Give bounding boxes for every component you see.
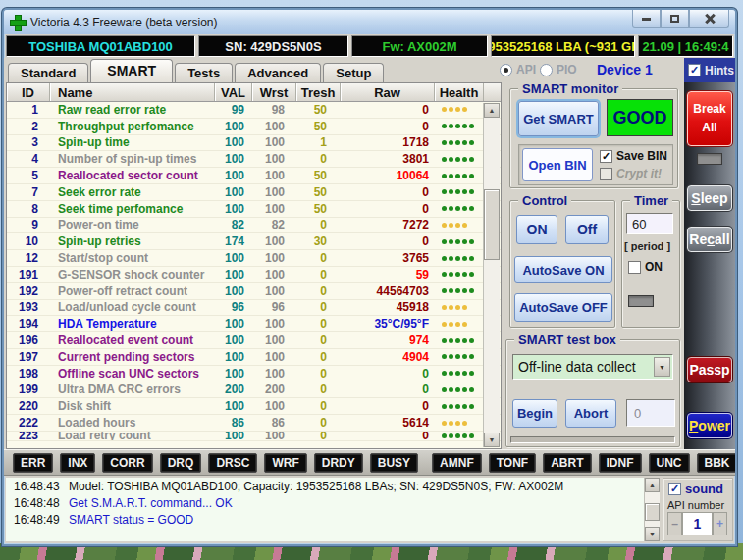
- minimize-icon: [642, 18, 651, 21]
- passp-button[interactable]: Passp: [687, 357, 732, 382]
- table-scrollbar-thumb[interactable]: [484, 189, 500, 260]
- health-dot-icon: [455, 322, 460, 327]
- health-dot-icon: [455, 174, 460, 178]
- smart-test-box-legend: SMART test box: [514, 332, 620, 347]
- table-row[interactable]: 199Ultra DMA CRC errors20020000: [7, 382, 501, 399]
- table-row[interactable]: 191G-SENSOR shock counter100100059: [7, 267, 501, 283]
- table-row[interactable]: 4Number of spin-up times10010003801: [7, 151, 501, 168]
- health-dots: [435, 107, 484, 112]
- health-dot-icon: [449, 140, 453, 145]
- sound-row: ✓ sound: [668, 482, 723, 496]
- table-row[interactable]: 193Load/unload cycle count9696045918: [7, 300, 501, 317]
- table-scrollbar[interactable]: ▲ ▼: [483, 103, 500, 447]
- cell-c3: 96: [252, 300, 296, 314]
- health-dot-icon: [442, 107, 447, 112]
- table-row[interactable]: 3Spin-up time10010011718: [7, 135, 501, 152]
- desktop-background: Victoria 4.3 Freeware (beta version) TOS…: [0, 0, 743, 560]
- table-row[interactable]: 196Reallocated event count1001000974: [7, 332, 501, 349]
- smart-monitor-group: SMART monitor Get SMART GOOD Open BIN ✓ …: [509, 88, 678, 188]
- log-scroll-up-icon[interactable]: ▲: [645, 478, 660, 492]
- spinner-minus-button[interactable]: –: [667, 512, 682, 535]
- tab-advanced[interactable]: Advanced: [235, 63, 321, 82]
- hints-checkbox[interactable]: ✓: [688, 64, 701, 76]
- minimize-button[interactable]: [632, 10, 661, 28]
- timer-on-checkbox[interactable]: [628, 261, 641, 274]
- table-row[interactable]: 8Seek time perfomance100100500: [7, 201, 501, 218]
- table-row[interactable]: 198Offline scan UNC sectors10010000: [7, 366, 501, 382]
- cell-c5: 10064: [341, 169, 435, 182]
- log-scrollbar[interactable]: ▲ ▼: [644, 478, 660, 541]
- table-row[interactable]: 1Raw read error rate9998500: [7, 102, 501, 119]
- tab-setup[interactable]: Setup: [323, 63, 384, 82]
- monitor-on-button[interactable]: ON: [516, 215, 557, 244]
- table-row[interactable]: 2Throughput perfomance100100500: [7, 119, 501, 135]
- get-smart-button[interactable]: Get SMART: [518, 101, 599, 136]
- recall-button[interactable]: Recall: [687, 227, 732, 252]
- maximize-button[interactable]: [661, 10, 689, 28]
- table-row[interactable]: 220Disk shift10010000: [7, 398, 501, 415]
- table-row[interactable]: 194HDA Temperature100100035°C/95°F: [7, 316, 501, 332]
- main-area: IDNameVALWrstTreshRawHealth 1Raw read er…: [4, 82, 735, 449]
- health-dot-icon: [442, 272, 447, 277]
- begin-test-button[interactable]: Begin: [512, 399, 557, 428]
- api-radio[interactable]: [500, 64, 512, 76]
- monitor-off-button[interactable]: Off: [565, 215, 609, 244]
- sound-checkbox[interactable]: ✓: [668, 483, 681, 495]
- pio-radio[interactable]: [540, 64, 553, 76]
- table-body: 1Raw read error rate99985002Throughput p…: [7, 102, 501, 448]
- test-counter-field[interactable]: 0: [626, 399, 675, 427]
- cell-c1: Seek time perfomance: [50, 202, 215, 216]
- table-row[interactable]: 192Power-off retract count10010004456470…: [7, 283, 501, 300]
- cell-c5: 3801: [341, 152, 435, 166]
- log-message: Get S.M.A.R.T. command... OK: [69, 496, 233, 510]
- dropdown-arrow-icon[interactable]: ▼: [654, 357, 670, 377]
- cell-c0: 194: [7, 317, 50, 331]
- sleep-button[interactable]: Sleep: [687, 185, 732, 211]
- test-type-dropdown[interactable]: Off-line data collect ▼: [512, 354, 673, 380]
- log-scrollbar-thumb[interactable]: [645, 503, 660, 521]
- save-bin-checkbox[interactable]: ✓: [600, 150, 612, 163]
- tab-tests[interactable]: Tests: [175, 63, 233, 82]
- bin-options-box: Open BIN ✓ Save BIN Crypt it!: [518, 144, 673, 185]
- cell-c5: 35°C/95°F: [341, 317, 435, 331]
- tab-standard[interactable]: Standard: [8, 63, 88, 82]
- cell-c0: 197: [7, 350, 50, 364]
- table-row[interactable]: 5Reallocated sector count1001005010064: [7, 168, 501, 184]
- cell-c2: 200: [215, 382, 252, 396]
- autosave-off-button[interactable]: AutoSave OFF: [514, 293, 612, 322]
- cell-c1: Reallocated sector count: [50, 169, 215, 182]
- abort-test-button[interactable]: Abort: [565, 399, 616, 428]
- log-box: 16:48:43Model: TOSHIBA MQ01ABD100; Capac…: [6, 478, 660, 541]
- cell-c5: 0: [341, 432, 435, 441]
- table-row[interactable]: 10Spin-up retries174100300: [7, 233, 501, 250]
- table-row[interactable]: 7Seek error rate100100500: [7, 184, 501, 201]
- table-row[interactable]: 9Power-on time828207272: [7, 218, 501, 234]
- scroll-up-icon[interactable]: ▲: [484, 103, 500, 118]
- pio-radio-label: PIO: [557, 63, 577, 76]
- open-bin-button[interactable]: Open BIN: [522, 148, 593, 181]
- titlebar[interactable]: Victoria 4.3 Freeware (beta version): [4, 10, 735, 34]
- table-row[interactable]: 12Start/stop count10010003765: [7, 250, 501, 267]
- crypt-it-checkbox[interactable]: [600, 168, 612, 180]
- health-dot-icon: [442, 322, 447, 327]
- health-dot-icon: [449, 421, 453, 426]
- health-dot-icon: [442, 239, 447, 244]
- cell-c3: 98: [252, 103, 296, 117]
- cell-c5: 0: [341, 185, 435, 199]
- power-button[interactable]: Power: [687, 413, 732, 438]
- table-row[interactable]: 223Load retry count10010000: [7, 432, 501, 441]
- autosave-on-button[interactable]: AutoSave ON: [514, 256, 612, 283]
- health-dot-icon: [462, 206, 467, 211]
- health-dot-icon: [455, 404, 460, 409]
- log-scroll-down-icon[interactable]: ▼: [645, 527, 660, 541]
- table-row[interactable]: 222Loaded hours868605614: [7, 415, 501, 432]
- scroll-down-icon[interactable]: ▼: [484, 433, 500, 447]
- break-all-button[interactable]: Break All: [687, 91, 732, 146]
- spinner-plus-button[interactable]: +: [713, 512, 727, 535]
- tab-smart[interactable]: SMART: [90, 59, 173, 82]
- close-button[interactable]: [689, 10, 729, 28]
- timer-period-input[interactable]: 60: [626, 213, 673, 234]
- table-row[interactable]: 197Current pending sectors10010004904: [7, 349, 501, 366]
- cell-c3: 100: [252, 202, 296, 216]
- health-dot-icon: [469, 189, 474, 194]
